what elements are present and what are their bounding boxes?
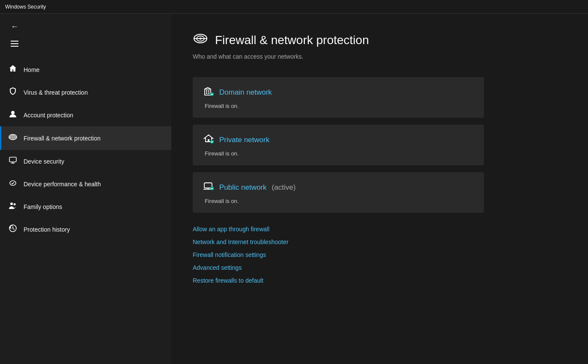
domain-network-card[interactable]: Domain network Firewall is on.: [193, 77, 484, 118]
app-title: Windows Security: [5, 4, 46, 10]
public-network-card[interactable]: Public network (active) Firewall is on.: [193, 172, 484, 213]
home-icon: [8, 64, 18, 75]
svg-point-22: [210, 92, 214, 96]
sidebar: ← Home: [0, 14, 171, 364]
svg-rect-16: [206, 90, 207, 92]
private-network-icon: [203, 133, 214, 147]
firewall-icon: [8, 132, 18, 144]
sidebar-item-label-virus: Virus & threat protection: [24, 89, 88, 96]
sidebar-item-label-home: Home: [24, 66, 39, 73]
hamburger-line-2: [11, 43, 18, 44]
account-icon: [8, 110, 18, 120]
svg-point-9: [14, 203, 16, 206]
svg-rect-17: [208, 90, 209, 92]
svg-rect-15: [205, 89, 211, 95]
sidebar-item-family[interactable]: Family options: [0, 195, 171, 218]
shield-icon: [8, 87, 18, 98]
hamburger-menu-button[interactable]: [7, 36, 22, 51]
sidebar-item-history[interactable]: Protection history: [0, 218, 171, 241]
device-security-icon: [8, 156, 18, 167]
device-health-icon: [8, 179, 18, 189]
sidebar-item-virus[interactable]: Virus & threat protection: [0, 81, 171, 104]
notification-settings-link[interactable]: Firewall notification settings: [193, 251, 484, 258]
svg-point-27: [210, 187, 214, 190]
restore-defaults-link[interactable]: Restore firewalls to default: [193, 277, 484, 284]
sidebar-item-device-security[interactable]: Device security: [0, 150, 171, 173]
page-title: Firewall & network protection: [215, 33, 369, 47]
sidebar-item-firewall[interactable]: Firewall & network protection: [0, 126, 171, 150]
sidebar-item-home[interactable]: Home: [0, 58, 171, 81]
page-subtitle: Who and what can access your networks.: [193, 53, 567, 60]
advanced-settings-link[interactable]: Advanced settings: [193, 264, 484, 271]
private-network-name: Private network: [219, 136, 269, 144]
private-network-status: Firewall is on.: [203, 150, 474, 157]
sidebar-item-label-device-security: Device security: [24, 158, 64, 165]
private-network-card[interactable]: Private network Firewall is on.: [193, 125, 484, 165]
page-header-icon: [193, 31, 208, 50]
main-content: Firewall & network protection Who and wh…: [171, 14, 588, 364]
links-section: Allow an app through firewall Network an…: [193, 226, 484, 284]
svg-point-0: [11, 111, 15, 114]
sidebar-item-label-family: Family options: [24, 203, 62, 210]
svg-rect-19: [208, 92, 209, 94]
public-network-card-header: Public network (active): [203, 181, 474, 194]
svg-point-23: [210, 140, 214, 143]
nav-list: Home Virus & threat protection: [0, 58, 171, 241]
sidebar-item-label-device-health: Device performance & health: [24, 181, 101, 188]
back-button[interactable]: ←: [7, 19, 22, 34]
sidebar-item-label-firewall: Firewall & network protection: [24, 135, 101, 142]
domain-network-card-header: Domain network: [203, 86, 474, 99]
sidebar-item-label-account: Account protection: [24, 112, 73, 119]
domain-network-status: Firewall is on.: [203, 103, 474, 109]
domain-network-icon: [203, 86, 214, 99]
sidebar-item-account[interactable]: Account protection: [0, 104, 171, 126]
public-network-badge: (active): [272, 183, 296, 192]
page-header: Firewall & network protection: [193, 31, 567, 50]
public-network-icon: [203, 181, 214, 194]
public-network-name: Public network: [219, 183, 267, 192]
private-network-card-header: Private network: [203, 133, 474, 147]
hamburger-line-3: [11, 46, 18, 47]
allow-app-link[interactable]: Allow an app through firewall: [193, 226, 484, 233]
svg-point-8: [10, 203, 13, 205]
sidebar-item-device-health[interactable]: Device performance & health: [0, 173, 171, 195]
sidebar-item-label-history: Protection history: [24, 226, 70, 233]
hamburger-line-1: [11, 41, 18, 42]
svg-rect-18: [206, 92, 207, 94]
public-network-status: Firewall is on.: [203, 198, 474, 204]
troubleshooter-link[interactable]: Network and Internet troubleshooter: [193, 239, 484, 245]
sidebar-top-controls: ←: [0, 14, 171, 55]
history-icon: [8, 224, 18, 235]
domain-network-name: Domain network: [219, 88, 272, 97]
svg-rect-5: [9, 157, 16, 162]
family-icon: [8, 201, 18, 212]
titlebar: Windows Security: [0, 0, 588, 14]
